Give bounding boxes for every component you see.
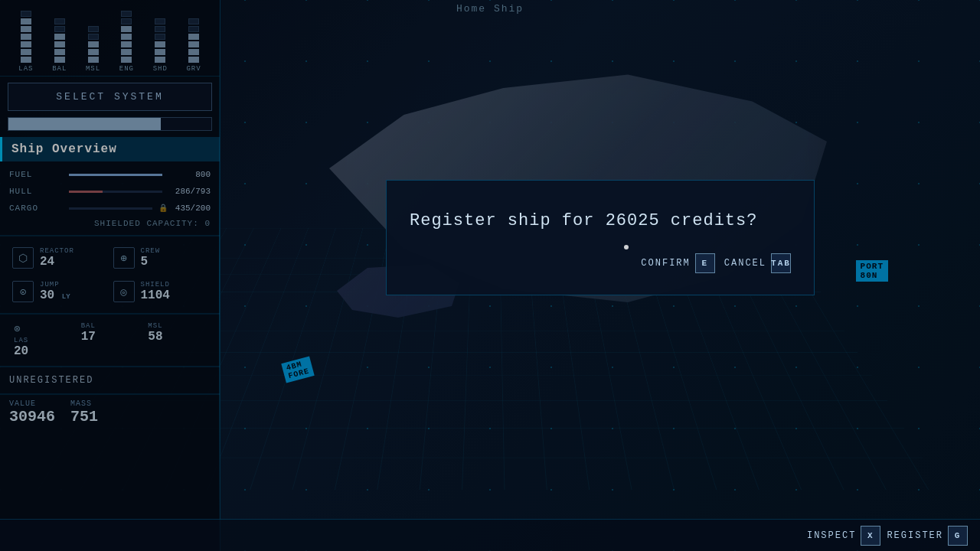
register-label: REGISTER [887,530,943,541]
bottom-bar: INSPECT X REGISTER G [0,519,980,551]
confirm-label: CONFIRM [641,258,690,269]
inspect-action[interactable]: INSPECT X [807,526,880,546]
register-dialog: Register ship for 26025 credits? CONFIRM… [386,180,815,295]
confirm-button[interactable]: CONFIRM E [641,253,714,273]
register-key: G [948,526,968,546]
inspect-label: INSPECT [807,530,856,541]
confirm-key: E [695,253,715,273]
cancel-label: CANCEL [724,258,766,269]
modal-buttons: CONFIRM E CANCEL TAB [410,253,791,273]
register-action[interactable]: REGISTER G [887,526,968,546]
inspect-key: X [861,526,880,546]
modal-backdrop: Register ship for 26025 credits? CONFIRM… [0,0,980,551]
cancel-button[interactable]: CANCEL TAB [724,253,791,273]
cancel-key: TAB [771,253,791,273]
modal-question-text: Register ship for 26025 credits? [410,211,791,230]
